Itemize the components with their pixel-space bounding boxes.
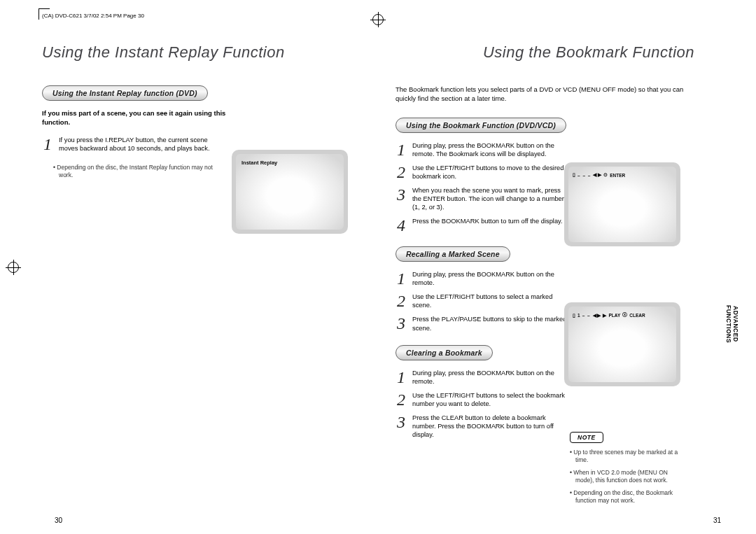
bookmark-icon: ▯	[573, 313, 575, 318]
step-text: Press the PLAY/PAUSE buttons to skip to …	[412, 315, 570, 332]
note-bullet: Depending on the disc, the Bookmark func…	[575, 489, 680, 505]
step-number: 3	[396, 315, 407, 332]
arrows-icon: ◀ ▶	[593, 172, 601, 178]
section-pill-bookmark: Using the Bookmark Function (DVD/VCD)	[396, 118, 566, 133]
note-bullet: Depending on the disc, the Instant Repla…	[59, 164, 227, 180]
screen-label: Instant Replay	[241, 160, 277, 166]
play-icon: ▶	[603, 313, 606, 318]
step-number: 1	[396, 369, 407, 386]
left-page: Using the Instant Replay Function Using …	[42, 43, 374, 444]
side-tab-line: ADVANCED	[732, 306, 739, 342]
osd-bar: ▯ – – – ◀ ▶ ⊙ ENTER	[573, 172, 625, 178]
step-number: 3	[396, 186, 407, 203]
step-number: 1	[396, 270, 407, 287]
notes-block: NOTE Up to three scenes may be marked at…	[570, 430, 680, 510]
step-row: 1 During play, press the BOOKMARK button…	[396, 270, 570, 287]
step-row: 1 If you press the I.REPLAY button, the …	[42, 136, 220, 153]
step-number: 4	[396, 217, 407, 234]
step-number: 1	[396, 141, 407, 158]
screen-preview: ▯ – – – ◀ ▶ ⊙ ENTER	[564, 162, 680, 246]
step-text: Use the LEFT/RIGHT buttons to move to th…	[412, 164, 570, 181]
clear-label: CLEAR	[629, 313, 645, 318]
note-bullet: When in VCD 2.0 mode (MENU ON mode), thi…	[575, 469, 680, 485]
side-tab-line: FUNCTIONS	[725, 305, 732, 343]
step-row: 1 During play, press the BOOKMARK button…	[396, 141, 570, 158]
step-row: 2 Use the LEFT/RIGHT buttons to move to …	[396, 164, 570, 181]
step-row: 2 Use the LEFT/RIGHT buttons to select t…	[396, 391, 570, 408]
intro-text: The Bookmark function lets you select pa…	[396, 85, 693, 104]
note-title: NOTE	[570, 432, 603, 443]
registration-mark-left-icon	[6, 260, 21, 275]
step-text: Use the LEFT/RIGHT buttons to select a m…	[412, 293, 570, 309]
step-row: 4 Press the BOOKMARK button to turn off …	[396, 217, 570, 234]
section-pill-clear: Clearing a Bookmark	[396, 345, 493, 360]
step-text: During play, press the BOOKMARK button o…	[412, 141, 570, 158]
step-text: Use the LEFT/RIGHT buttons to select the…	[412, 391, 570, 408]
section-pill-instant-replay: Using the Instant Replay function (DVD)	[42, 85, 208, 101]
step-row: 3 When you reach the scene you want to m…	[396, 186, 570, 211]
right-page-title: Using the Bookmark Function	[396, 43, 728, 62]
step-row: 2 Use the LEFT/RIGHT buttons to select a…	[396, 293, 570, 309]
osd-mark-number: 1	[578, 313, 580, 318]
step-text: During play, press the BOOKMARK button o…	[412, 270, 570, 287]
step-text: Press the CLEAR button to delete a bookm…	[412, 414, 570, 439]
step-row: 3 Press the PLAY/PAUSE buttons to skip t…	[396, 315, 570, 332]
osd-placeholders: – – –	[578, 173, 591, 178]
step-text: When you reach the scene you want to mar…	[412, 186, 570, 211]
step-row: 3 Press the CLEAR button to delete a boo…	[396, 414, 570, 439]
enter-icon: ⊙	[603, 172, 608, 178]
step-number: 3	[396, 414, 407, 430]
step-text: If you press the I.REPLAY button, the cu…	[59, 136, 220, 153]
bookmark-icon: ▯	[573, 172, 575, 178]
side-tab: ADVANCED FUNCTIONS	[725, 305, 739, 343]
step-number: 2	[396, 293, 407, 309]
play-label: PLAY	[608, 313, 620, 318]
page-number-right: 31	[713, 517, 721, 524]
note-bullet: Up to three scenes may be marked at a ti…	[575, 449, 680, 465]
enter-label: ENTER	[610, 173, 625, 178]
arrows-icon: ◀ ▶	[593, 313, 601, 318]
section-pill-recall: Recalling a Marked Scene	[396, 246, 510, 262]
crop-mark-icon	[38, 8, 50, 20]
step-number: 2	[396, 164, 407, 181]
registration-mark-icon	[370, 12, 386, 27]
step-text: Press the BOOKMARK button to turn off th…	[412, 217, 563, 225]
clear-icon: ⓧ	[622, 312, 627, 318]
right-page: Using the Bookmark Function The Bookmark…	[396, 43, 728, 444]
osd-bar: ▯ 1 – – ◀ ▶ ▶ PLAY ⓧ CLEAR	[573, 312, 645, 318]
intro-text: If you miss part of a scene, you can see…	[42, 109, 227, 127]
screen-preview: ▯ 1 – – ◀ ▶ ▶ PLAY ⓧ CLEAR	[564, 302, 680, 386]
step-number: 2	[396, 391, 407, 408]
left-page-title: Using the Instant Replay Function	[42, 43, 374, 62]
step-text: During play, press the BOOKMARK button o…	[412, 369, 570, 386]
step-row: 1 During play, press the BOOKMARK button…	[396, 369, 570, 386]
page-number-left: 30	[55, 517, 62, 524]
osd-placeholders: – –	[582, 313, 591, 318]
step-number: 1	[42, 136, 53, 153]
screen-preview: Instant Replay	[232, 150, 348, 234]
